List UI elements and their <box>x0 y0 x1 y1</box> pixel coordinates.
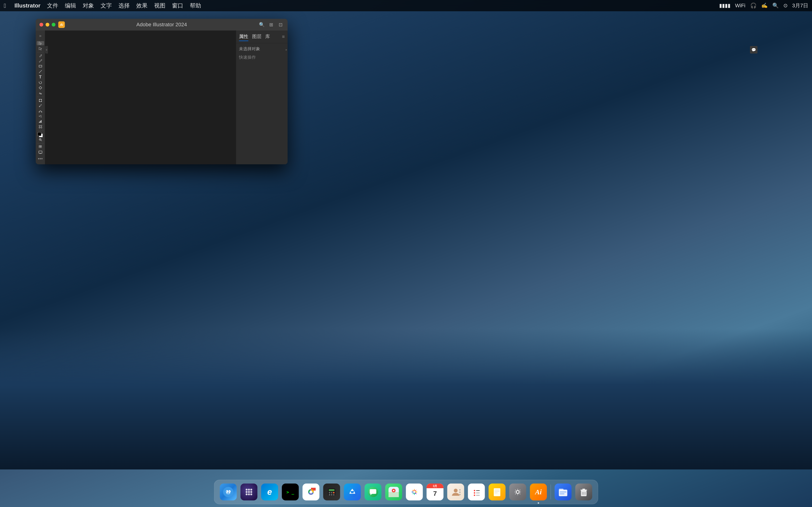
title-bar-controls: 🔍 ⊞ ⊡ <box>258 21 284 28</box>
search-panel-button[interactable]: 🔍 <box>258 21 265 28</box>
dock-calendar[interactable]: 3月 7 <box>426 483 445 501</box>
no-selection-label: 未选择对象 <box>239 46 285 52</box>
svg-rect-61 <box>333 494 335 496</box>
svg-rect-4 <box>39 99 40 100</box>
view-mode-tool[interactable] <box>37 145 44 149</box>
foreground-color-swatch[interactable] <box>38 132 41 136</box>
svg-text:3月: 3月 <box>433 485 437 488</box>
menu-window[interactable]: 窗口 <box>172 2 183 9</box>
arrange-button[interactable]: ⊞ <box>268 21 274 28</box>
dock-edge[interactable]: e <box>260 483 279 501</box>
window-title: Adobe Illustrator 2024 <box>136 21 187 28</box>
svg-rect-75 <box>460 489 460 491</box>
tab-layers[interactable]: 图层 <box>252 33 261 41</box>
dock-files[interactable] <box>554 483 572 501</box>
desktop:  Illustrator 文件 编辑 对象 文字 选择 效果 视图 窗口 帮助… <box>0 0 812 507</box>
dock-finder[interactable] <box>219 483 238 501</box>
panel-menu-button[interactable]: ≡ <box>282 34 285 40</box>
menu-select[interactable]: 选择 <box>118 2 130 9</box>
close-button[interactable] <box>40 23 43 26</box>
symbol-sprayer-tool[interactable] <box>37 114 44 118</box>
rectangle-tool[interactable] <box>37 64 44 68</box>
free-transform-tool[interactable] <box>37 98 44 103</box>
dock-illustrator[interactable]: Ai <box>529 483 548 501</box>
fullscreen-button[interactable]: ⊡ <box>277 21 284 28</box>
minimize-button[interactable] <box>46 23 49 26</box>
dock-trash[interactable] <box>574 483 593 501</box>
dock-calculator[interactable] <box>322 483 341 501</box>
comments-button[interactable]: 💬 <box>750 46 758 54</box>
dock-terminal[interactable]: > _ <box>281 483 300 501</box>
dock-contacts[interactable] <box>446 483 465 501</box>
transform-tool[interactable] <box>37 86 44 90</box>
graph-tool[interactable] <box>37 119 44 123</box>
screen-mode-tool[interactable] <box>37 150 44 154</box>
dock-photos[interactable] <box>405 483 424 501</box>
warp-tool[interactable] <box>37 91 44 95</box>
pencil-tool[interactable] <box>37 59 44 63</box>
pen-tool[interactable] <box>37 54 44 58</box>
panel-content: 未选择对象 快速操作 <box>236 43 288 164</box>
artboard-tool[interactable] <box>37 124 44 129</box>
blend-tool[interactable] <box>37 109 44 113</box>
canvas-area[interactable] <box>45 31 236 164</box>
svg-point-44 <box>250 489 252 491</box>
more-tools-button[interactable]: ••• <box>37 155 44 162</box>
svg-rect-94 <box>560 493 565 494</box>
right-panel-collapse-arrow[interactable]: » <box>285 46 288 54</box>
selection-tool[interactable] <box>37 41 44 45</box>
appstore-icon <box>344 484 361 500</box>
line-tool[interactable] <box>37 69 44 73</box>
svg-point-37 <box>223 487 234 497</box>
maximize-button[interactable] <box>52 23 55 26</box>
dock-maps[interactable] <box>385 483 403 501</box>
dock-launchpad[interactable] <box>240 483 258 501</box>
calculator-icon <box>323 484 340 500</box>
menu-help[interactable]: 帮助 <box>190 2 201 9</box>
terminal-icon: > _ <box>282 484 299 500</box>
svg-rect-15 <box>40 121 41 123</box>
menu-view[interactable]: 视图 <box>154 2 165 9</box>
svg-point-43 <box>248 489 250 491</box>
rotate-tool[interactable] <box>37 80 44 85</box>
direct-selection-tool[interactable] <box>37 46 44 50</box>
menu-object[interactable]: 对象 <box>83 2 94 9</box>
svg-rect-0 <box>39 65 42 67</box>
left-toolbar: » <box>36 31 45 164</box>
menu-text[interactable]: 文字 <box>101 2 112 9</box>
menu-effect[interactable]: 效果 <box>136 2 148 9</box>
toolbar-separator-4 <box>37 143 44 144</box>
dock-systemprefs[interactable] <box>508 483 527 501</box>
input-source-icon: ✍ <box>761 3 768 9</box>
control-center-icon[interactable]: ⊙ <box>783 3 788 9</box>
svg-text:7: 7 <box>433 490 437 497</box>
notes-icon <box>489 484 506 500</box>
svg-rect-7 <box>41 101 42 102</box>
dock-notes[interactable] <box>488 483 507 501</box>
menu-edit[interactable]: 编辑 <box>65 2 76 9</box>
menu-file[interactable]: 文件 <box>47 2 58 9</box>
dock-chrome[interactable] <box>302 483 320 501</box>
tab-properties[interactable]: 属性 <box>239 33 248 41</box>
toolbar-collapse-button[interactable]: » <box>38 33 42 39</box>
app-name-menu[interactable]: Illustrator <box>14 2 41 9</box>
apple-menu[interactable]:  <box>4 2 6 9</box>
zoom-tool[interactable] <box>37 137 44 142</box>
calendar-icon: 3月 7 <box>427 484 444 500</box>
color-swatches[interactable] <box>37 132 44 135</box>
svg-point-40 <box>226 491 227 492</box>
type-tool[interactable]: T <box>37 75 44 79</box>
tab-libraries[interactable]: 库 <box>265 33 270 41</box>
svg-rect-96 <box>580 490 587 491</box>
menubar-right: ▮▮▮▮ WiFi 🎧 ✍ 🔍 ⊙ 3月7日 <box>719 2 808 9</box>
headphones-icon: 🎧 <box>750 3 757 9</box>
dock-reminders[interactable] <box>467 483 486 501</box>
svg-rect-33 <box>40 146 42 146</box>
svg-point-81 <box>474 492 475 494</box>
dock-appstore[interactable] <box>343 483 362 501</box>
search-icon[interactable]: 🔍 <box>772 3 779 9</box>
eyedropper-tool[interactable] <box>37 104 44 108</box>
dock-messages[interactable] <box>364 483 383 501</box>
svg-rect-93 <box>560 492 566 493</box>
left-panel-collapse-arrow[interactable]: « <box>45 46 48 54</box>
